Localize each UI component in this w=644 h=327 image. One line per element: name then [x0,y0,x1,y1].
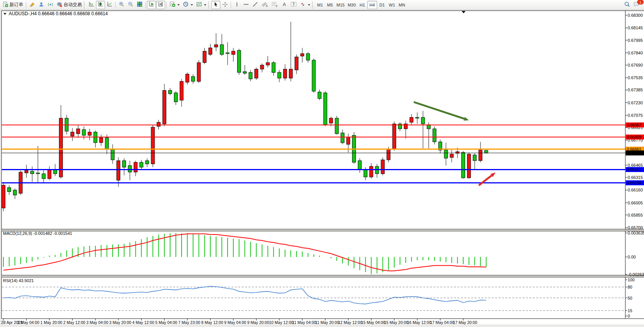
notification-badge: 1 [637,0,644,5]
price-tick-label: 0.67385 [628,88,643,92]
price-tick-label: 0.66005 [628,201,643,205]
candle [479,150,482,161]
price-tick-label: 0.67840 [628,51,643,55]
candlestick-chart-type-button[interactable] [96,1,105,9]
timeframe-m5-button[interactable]: M5 [325,1,335,9]
price-badge-label: 0.66614 [627,151,641,155]
price-badge-label: 0.66411 [627,167,641,172]
candle [364,170,367,177]
tile-windows-icon [137,1,143,8]
candle [77,129,80,134]
candle [277,72,281,78]
rsi-tick-label: 100 [628,278,634,282]
chart-canvas[interactable]: 0.683000.681450.679950.678400.676900.675… [0,0,644,327]
line-chart-type-button[interactable] [105,1,114,9]
candle [416,117,419,118]
toolbar-grip [312,2,314,8]
clock-icon [183,1,189,8]
auto-scroll-button[interactable] [147,1,156,9]
autotrading-robot-icon [56,2,62,8]
zoom-out-button[interactable] [126,1,135,9]
candle [117,161,120,180]
fibonacci-icon: F [271,1,278,8]
candle [36,173,40,174]
toolbar: 新订单 自动交易 E F A T M1 M5 M15 M30 H1 H4 D1 … [0,0,644,10]
tile-windows-button[interactable] [135,1,144,9]
candle [272,63,275,73]
periods-button[interactable] [181,1,194,9]
candle [301,54,304,56]
vertical-line-button[interactable] [232,1,241,9]
search-button[interactable] [622,1,632,9]
notifications-button[interactable]: 1 [632,1,642,9]
date-tick-label: 16 May 12:00 [407,320,431,325]
bar-chart-type-button[interactable] [87,1,96,9]
autotrading-button[interactable]: 自动交易 [55,1,83,9]
line-chart-icon [107,1,113,8]
date-tick-label: 9 May 20:00 [247,320,269,325]
candle [48,170,51,179]
new-order-button[interactable]: 新订单 [1,1,25,9]
candle [295,57,298,70]
candle [111,149,114,160]
date-tick-label: 15 May 04:00 [361,320,386,325]
profiles-button[interactable] [37,1,46,9]
timeframe-m30-button[interactable]: M30 [346,1,357,9]
styler-button[interactable] [27,1,37,9]
separator [166,2,167,8]
candle [433,129,436,142]
candle [347,137,350,144]
zoom-in-button[interactable] [117,1,126,9]
candle [168,91,172,94]
candle [128,166,132,172]
horizontal-line-button[interactable] [241,1,251,9]
templates-button[interactable] [194,1,208,9]
price-tick-label: 0.67690 [628,63,643,67]
timeframe-d1-button[interactable]: D1 [377,1,387,9]
arrow-objects-button[interactable] [298,1,312,9]
fibonacci-button[interactable]: F [270,1,280,9]
add-indicator-button[interactable] [168,1,181,9]
application-window: { "toolbar": { "new_order_label": "新订单",… [0,0,644,327]
candle [312,60,316,91]
candle [473,155,477,161]
timeframe-m15-button[interactable]: M15 [335,1,346,9]
text-button[interactable]: A [280,1,289,9]
zoom-in-icon [118,1,124,8]
candle [444,150,448,158]
candle [53,170,57,174]
new-order-label: 新订单 [10,2,23,8]
horizontal-line-icon [243,2,249,8]
pane-splitter[interactable] [2,230,644,231]
trendline-button[interactable] [251,1,260,9]
date-tick-label: 17 May 20:00 [453,320,477,325]
timeframe-label: MN [399,3,405,7]
rsi-label: RSI(14) 43.5021 [3,278,34,283]
candle [266,63,269,65]
macd-label: MACD(12,26,9) -0.001482 -0.001541 [3,231,72,236]
candle [243,72,247,73]
cursor-button[interactable] [211,1,220,9]
separator [231,2,231,8]
timeframe-mn-button[interactable]: MN [397,1,407,9]
timeframe-h1-button[interactable]: H1 [357,1,367,9]
candle [186,74,189,83]
candle [174,93,178,102]
chart-shift-button[interactable] [156,1,165,9]
candle [180,81,183,100]
crosshair-button[interactable] [220,1,230,9]
candle [191,77,195,81]
candle [450,154,453,158]
timeframe-label: M5 [327,3,333,7]
timeframe-m1-button[interactable]: M1 [315,1,325,9]
timeframe-w1-button[interactable]: W1 [387,1,397,9]
svg-text:F: F [276,5,277,8]
timeframe-label: M30 [348,3,355,7]
text-label-button[interactable]: T [289,1,298,9]
pane-splitter[interactable] [2,276,644,277]
equidistant-channel-button[interactable]: E [260,1,270,9]
cursor-icon [213,2,219,8]
timeframe-h4-button[interactable]: H4 [367,1,377,9]
signal-button[interactable] [46,1,55,9]
candle [249,72,252,79]
